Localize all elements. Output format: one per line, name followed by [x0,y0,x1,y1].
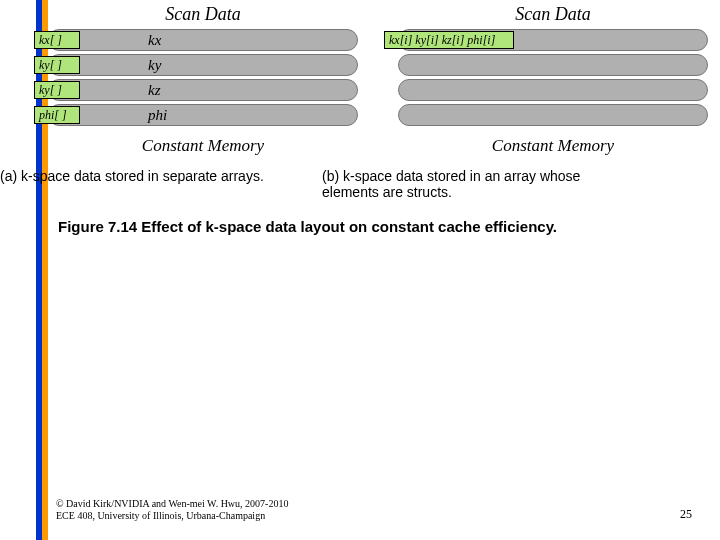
array-label: ky[ ] [34,81,80,99]
array-name: kz [148,79,161,101]
diagram-a: Scan Data kx[ ] kx ky[ ] ky ky[ ] kz [48,4,358,156]
slide-content: Scan Data kx[ ] kx ky[ ] ky ky[ ] kz [48,0,720,235]
figure-caption: Figure 7.14 Effect of k-space data layou… [58,218,720,235]
diagram-a-row: ky[ ] kz [48,79,358,101]
array-label: kx[ ] [34,31,80,49]
diagram-b-row: kx[i] ky[i] kz[i] phi[i] [398,29,708,51]
data-pill [398,54,708,76]
diagram-b: Scan Data kx[i] ky[i] kz[i] phi[i] Const… [398,4,708,156]
array-name: ky [148,54,161,76]
data-pill [48,29,358,51]
data-pill [398,104,708,126]
diagram-a-row: kx[ ] kx [48,29,358,51]
data-pill [48,104,358,126]
copyright-line-1: © David Kirk/NVIDIA and Wen-mei W. Hwu, … [56,498,288,510]
page-number: 25 [680,507,692,522]
data-pill [48,54,358,76]
data-pill [48,79,358,101]
caption-a: (a) k-space data stored in separate arra… [0,168,300,200]
copyright-line-2: ECE 408, University of Illinois, Urbana-… [56,510,288,522]
diagram-a-row: phi[ ] phi [48,104,358,126]
array-label: ky[ ] [34,56,80,74]
diagram-b-row [398,104,708,126]
array-label: phi[ ] [34,106,80,124]
diagram-b-row [398,54,708,76]
array-name: phi [148,104,167,126]
struct-label: kx[i] ky[i] kz[i] phi[i] [384,31,514,49]
data-pill [398,79,708,101]
array-name: kx [148,29,161,51]
diagram-a-title: Scan Data [48,4,358,25]
diagram-b-row [398,79,708,101]
copyright-footer: © David Kirk/NVIDIA and Wen-mei W. Hwu, … [56,498,288,522]
diagram-a-row: ky[ ] ky [48,54,358,76]
constant-memory-label: Constant Memory [48,136,358,156]
caption-b: (b) k-space data stored in an array whos… [300,168,600,200]
constant-memory-label: Constant Memory [398,136,708,156]
diagram-b-title: Scan Data [398,4,708,25]
